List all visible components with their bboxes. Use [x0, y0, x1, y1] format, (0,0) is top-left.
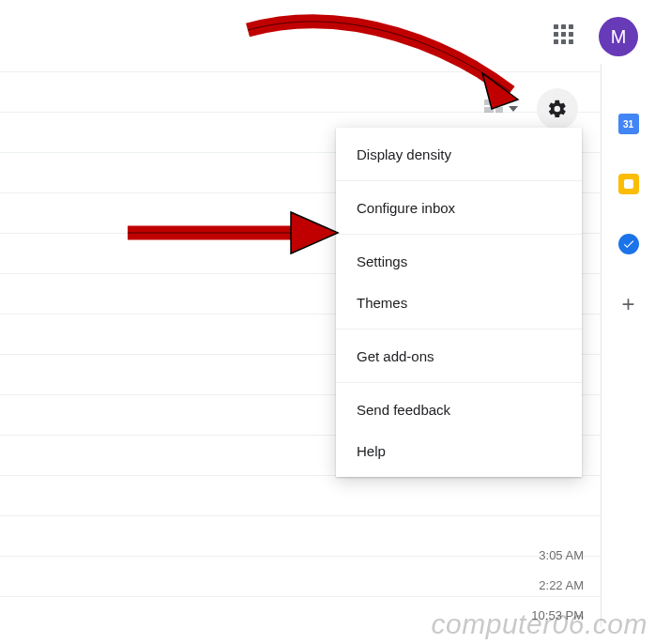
tasks-icon [618, 234, 639, 254]
menu-themes[interactable]: Themes [336, 282, 582, 323]
annotation-arrow-settings [122, 205, 347, 261]
tasks-addon[interactable] [617, 233, 640, 255]
keep-addon[interactable] [617, 173, 640, 195]
list-item[interactable] [0, 557, 601, 597]
timestamp: 10:53 PM [531, 601, 584, 631]
menu-settings[interactable]: Settings [336, 240, 582, 282]
message-timestamps: 3:05 AM 2:22 AM 10:53 PM [531, 541, 584, 631]
gear-icon [547, 99, 568, 119]
svg-marker-3 [291, 212, 338, 253]
menu-configure-inbox[interactable]: Configure inbox [336, 187, 582, 228]
menu-send-feedback[interactable]: Send feedback [336, 389, 582, 430]
timestamp: 3:05 AM [531, 541, 584, 571]
timestamp: 2:22 AM [531, 571, 584, 601]
calendar-addon[interactable]: 31 [617, 113, 640, 135]
list-item[interactable] [0, 516, 601, 557]
menu-separator [336, 382, 582, 383]
settings-dropdown: Display density Configure inbox Settings… [336, 128, 582, 477]
calendar-icon: 31 [618, 114, 639, 134]
menu-separator [336, 234, 582, 235]
add-addon-button[interactable]: + [617, 293, 640, 315]
plus-icon: + [621, 293, 634, 315]
menu-help[interactable]: Help [336, 430, 582, 471]
annotation-arrow-gear [238, 11, 548, 124]
avatar-initial: M [611, 26, 627, 48]
list-item[interactable] [0, 476, 601, 516]
keep-icon [618, 174, 639, 194]
menu-display-density[interactable]: Display density [336, 133, 582, 175]
menu-separator [336, 329, 582, 330]
account-avatar[interactable]: M [599, 17, 638, 56]
menu-separator [336, 180, 582, 181]
google-apps-icon[interactable] [554, 24, 574, 45]
menu-get-addons[interactable]: Get add-ons [336, 335, 582, 376]
side-addons-panel: 31 + [601, 64, 655, 627]
